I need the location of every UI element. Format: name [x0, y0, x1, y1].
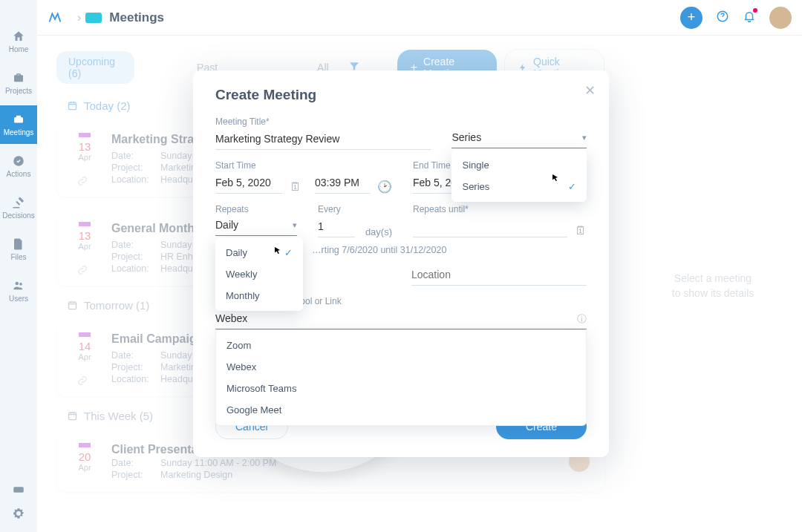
sidebar-item-label: Decisions — [2, 211, 34, 220]
sidebar-item-decisions[interactable]: Decisions — [0, 188, 37, 227]
calendar-icon[interactable]: 🗓 — [290, 180, 301, 194]
info-icon: ⓘ — [577, 312, 587, 326]
sidebar: Home Projects Meetings Actions Decisions… — [0, 0, 37, 532]
sidebar-item-files[interactable]: Files — [0, 230, 37, 269]
add-button[interactable]: + — [680, 7, 702, 29]
sidebar-item-label: Meetings — [4, 128, 34, 137]
context-icon — [85, 13, 102, 23]
app-logo[interactable] — [42, 4, 68, 31]
modal-title: Create Meeting — [215, 87, 587, 103]
select-value: Daily — [215, 219, 238, 231]
check-icon: ✓ — [284, 247, 293, 258]
sidebar-item-label: Projects — [5, 87, 32, 95]
every-suffix: day(s) — [365, 226, 392, 237]
start-time-input[interactable] — [315, 174, 370, 194]
video-tool-dropdown: Zoom Webex Microsoft Teams Google Meet — [215, 329, 587, 426]
dropdown-item-single[interactable]: Single — [451, 154, 587, 176]
meetings-icon — [12, 113, 25, 126]
sidebar-item-label: Home — [9, 45, 29, 53]
svg-rect-0 — [14, 117, 23, 123]
series-select[interactable]: Series ▾ — [451, 130, 587, 148]
recurrence-summary: …rting 7/6/2020 until 31/12/2020 — [312, 245, 587, 255]
page-title: Meetings — [109, 10, 164, 25]
sidebar-item-home[interactable]: Home — [0, 22, 37, 61]
clock-icon[interactable]: 🕑 — [377, 180, 392, 194]
chevron-right-icon: › — [77, 11, 81, 24]
every-label: Every — [318, 204, 392, 214]
check-circle-icon — [12, 154, 25, 168]
dropdown-item-webex[interactable]: Webex — [216, 356, 586, 378]
location-input[interactable] — [411, 266, 587, 286]
svg-point-4 — [19, 283, 22, 286]
notification-dot — [753, 8, 757, 13]
series-label — [451, 116, 587, 127]
sidebar-item-users[interactable]: Users — [0, 272, 37, 310]
repeats-until-label: Repeats until* — [413, 204, 587, 214]
close-button[interactable]: ✕ — [584, 82, 596, 99]
svg-rect-1 — [16, 116, 21, 117]
create-meeting-modal: ✕ Create Meeting Meeting Title* Series ▾… — [193, 70, 609, 457]
video-tool-input[interactable] — [215, 309, 577, 329]
briefcase-icon — [12, 71, 25, 85]
dropdown-item-monthly[interactable]: Monthly — [215, 285, 303, 306]
start-time-label: Start Time — [215, 160, 392, 171]
repeats-label: Repeats — [215, 204, 297, 214]
check-icon: ✓ — [568, 181, 576, 192]
topbar: › Meetings + — [37, 0, 802, 36]
dropdown-item-series[interactable]: Series ✓ — [451, 176, 587, 197]
sidebar-item-label: Files — [10, 253, 26, 261]
select-value: Series — [451, 131, 481, 143]
gear-icon[interactable] — [12, 507, 25, 520]
notifications-button[interactable] — [743, 10, 756, 26]
dropdown-item-meet[interactable]: Google Meet — [216, 399, 586, 421]
help-button[interactable] — [716, 10, 729, 26]
users-icon — [12, 279, 25, 292]
repeats-select[interactable]: Daily ▾ — [215, 217, 297, 236]
meeting-title-label: Meeting Title* — [215, 116, 431, 127]
chevron-down-icon: ▾ — [293, 220, 297, 230]
svg-point-3 — [16, 282, 19, 286]
meeting-title-input[interactable] — [215, 130, 431, 150]
home-icon — [12, 30, 25, 43]
sidebar-item-actions[interactable]: Actions — [0, 147, 37, 185]
sidebar-item-meetings[interactable]: Meetings — [0, 105, 37, 144]
cursor-icon — [273, 246, 282, 255]
dropdown-item-teams[interactable]: Microsoft Teams — [216, 378, 586, 399]
calendar-icon[interactable]: 🗓 — [575, 224, 587, 237]
dropdown-item-zoom[interactable]: Zoom — [216, 335, 586, 356]
repeats-dropdown: Daily ✓ Weekly Monthly — [215, 237, 303, 311]
sidebar-item-projects[interactable]: Projects — [0, 64, 37, 102]
chevron-down-icon: ▾ — [582, 133, 587, 142]
dropdown-item-daily[interactable]: Daily ✓ — [215, 242, 303, 263]
user-avatar[interactable] — [769, 7, 792, 29]
sidebar-item-label: Users — [9, 295, 28, 303]
cursor-icon — [551, 174, 560, 183]
svg-rect-5 — [13, 487, 24, 493]
file-icon — [12, 237, 25, 251]
sidebar-item-label: Actions — [7, 170, 31, 178]
keyboard-icon[interactable] — [12, 483, 25, 496]
repeats-until-input[interactable] — [413, 217, 567, 237]
start-date-input[interactable] — [215, 174, 282, 194]
series-dropdown: Single Series ✓ — [451, 150, 587, 202]
every-input[interactable] — [318, 217, 355, 237]
gavel-icon — [12, 196, 25, 209]
dropdown-item-weekly[interactable]: Weekly — [215, 263, 303, 285]
